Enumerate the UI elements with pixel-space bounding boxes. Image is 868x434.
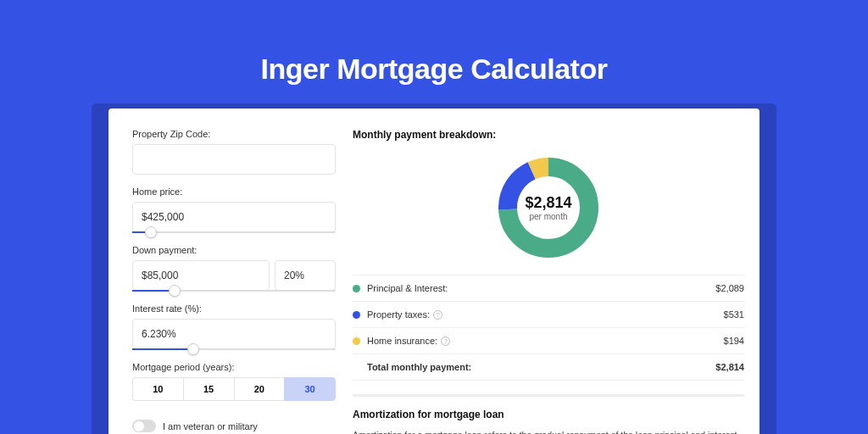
donut-chart-wrap: $2,814 per month [353, 149, 744, 275]
help-icon[interactable]: ? [433, 310, 442, 320]
veteran-toggle[interactable] [132, 420, 156, 432]
results-column: Monthly payment breakdown: $2,814 per mo… [353, 129, 744, 434]
page-title: Inger Mortgage Calculator [0, 0, 868, 86]
home-price-field: Home price: [132, 186, 336, 233]
total-label: Total monthly payment: [367, 362, 709, 372]
down-payment-amount-input[interactable] [132, 260, 270, 291]
help-icon[interactable]: ? [441, 337, 450, 346]
dot-icon [353, 337, 360, 345]
dot-icon [353, 311, 360, 319]
home-price-label: Home price: [132, 186, 336, 197]
legend-value: $2,089 [715, 283, 744, 293]
period-20[interactable]: 20 [234, 377, 285, 401]
period-30[interactable]: 30 [284, 377, 336, 401]
donut-chart: $2,814 per month [497, 156, 600, 259]
legend-value: $194 [724, 336, 744, 346]
slider-thumb[interactable] [169, 285, 181, 297]
down-payment-slider[interactable] [132, 290, 336, 292]
total-value: $2,814 [715, 362, 744, 372]
veteran-label: I am veteran or military [163, 421, 258, 431]
donut-center: $2,814 per month [497, 156, 600, 259]
zip-field: Property Zip Code: [132, 129, 336, 175]
interest-field: Interest rate (%): [132, 303, 336, 350]
down-payment-field: Down payment: [132, 245, 336, 292]
slider-thumb[interactable] [145, 226, 157, 238]
period-field: Mortgage period (years): 10 15 20 30 [132, 362, 336, 401]
slider-fill [132, 348, 193, 350]
donut-amount: $2,814 [525, 194, 571, 212]
legend-row-principal: Principal & Interest: $2,089 [353, 275, 744, 301]
donut-sub: per month [529, 212, 567, 221]
home-price-input[interactable] [132, 202, 336, 232]
dot-icon [353, 285, 360, 292]
inputs-column: Property Zip Code: Home price: Down paym… [132, 129, 336, 434]
period-label: Mortgage period (years): [132, 362, 336, 372]
amortization-section: Amortization for mortgage loan Amortizat… [353, 394, 744, 434]
period-10[interactable]: 10 [132, 377, 183, 401]
amortization-body: Amortization for a mortgage loan refers … [353, 429, 744, 434]
interest-input[interactable] [132, 319, 336, 349]
down-payment-pct-input[interactable] [275, 260, 336, 291]
veteran-toggle-row: I am veteran or military [132, 420, 336, 432]
legend-row-taxes: Property taxes: ? $531 [353, 301, 744, 327]
legend-text: Home insurance: [367, 336, 437, 346]
zip-label: Property Zip Code: [132, 129, 336, 139]
legend-value: $531 [724, 309, 744, 320]
period-15[interactable]: 15 [183, 377, 234, 401]
zip-input[interactable] [132, 144, 336, 175]
slider-thumb[interactable] [187, 343, 199, 355]
legend-row-total: Total monthly payment: $2,814 [353, 353, 744, 381]
interest-label: Interest rate (%): [132, 303, 336, 314]
legend-label: Principal & Interest: [367, 283, 709, 293]
legend-label: Home insurance: ? [367, 336, 717, 346]
legend-label: Property taxes: ? [367, 309, 717, 320]
legend-row-insurance: Home insurance: ? $194 [353, 327, 744, 353]
period-options: 10 15 20 30 [132, 377, 336, 401]
calculator-card: Property Zip Code: Home price: Down paym… [108, 108, 760, 434]
interest-slider[interactable] [132, 348, 336, 350]
breakdown-title: Monthly payment breakdown: [353, 129, 744, 141]
legend-text: Property taxes: [367, 309, 430, 320]
home-price-slider[interactable] [132, 231, 336, 233]
down-payment-label: Down payment: [132, 245, 336, 255]
amortization-title: Amortization for mortgage loan [353, 409, 744, 420]
